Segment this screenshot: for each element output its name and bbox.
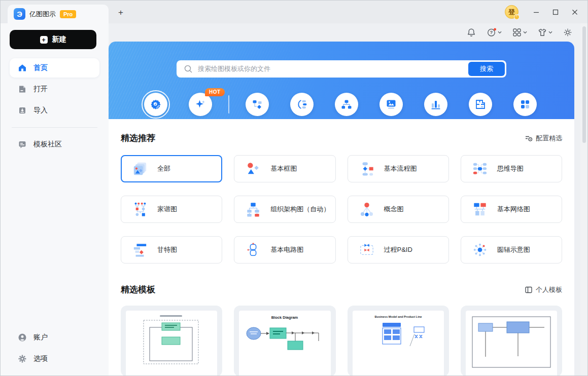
- theme-button[interactable]: [535, 25, 555, 40]
- category-common[interactable]: 常用图示: [372, 93, 410, 119]
- template-type-card[interactable]: 思维导图: [461, 155, 562, 182]
- template-type-card[interactable]: 甘特图: [121, 236, 222, 264]
- sidebar: + 新建 首页打开导入模板社区 账户选项: [1, 23, 109, 376]
- template-type-card[interactable]: 家谱图: [121, 196, 222, 223]
- maximize-button[interactable]: [548, 5, 563, 20]
- configure-featured-label: 配置精选: [536, 134, 562, 143]
- template-type-card[interactable]: 基本框图: [234, 155, 335, 182]
- search-button[interactable]: 搜索: [468, 62, 505, 76]
- template-preview[interactable]: Block Diagram: [234, 306, 335, 376]
- personal-templates-button[interactable]: 个人模板: [525, 285, 562, 294]
- mindmap-icon: [296, 99, 307, 110]
- avatar-check-badge: [514, 14, 520, 20]
- main-area: ? 搜索 精选推荐HOT亿图AI流程图思维导图架构图常用图示图表房屋平面图更多 …: [109, 23, 587, 376]
- sidebar-item-options-gear[interactable]: 选项: [10, 349, 99, 368]
- category-orgchart[interactable]: 架构图: [327, 93, 366, 119]
- settings-button[interactable]: [560, 25, 575, 40]
- template-type-card[interactable]: 基本流程图: [348, 155, 449, 182]
- sidebar-item-open-file[interactable]: 打开: [10, 80, 99, 99]
- account-icon: [18, 333, 27, 342]
- template-preview[interactable]: [121, 306, 222, 376]
- personal-templates-icon: [525, 286, 533, 294]
- category-flowchart[interactable]: 流程图: [238, 93, 276, 119]
- svg-text:?: ?: [490, 29, 493, 35]
- app-title: 亿图图示: [29, 10, 56, 19]
- template-preview[interactable]: [461, 306, 562, 376]
- new-tab-button[interactable]: +: [115, 7, 126, 18]
- new-document-label: 新建: [52, 35, 66, 44]
- help-button[interactable]: ?: [484, 25, 504, 40]
- search-input[interactable]: [177, 60, 506, 78]
- featured-title: 精选推荐: [121, 132, 155, 144]
- template-type-label: 基本网络图: [497, 205, 530, 214]
- app-tab[interactable]: Э 亿图图示 Pro: [8, 5, 109, 23]
- template-type-card[interactable]: 基本电路图: [234, 236, 335, 264]
- category-circle: [424, 93, 447, 116]
- sidebar-item-import[interactable]: 导入: [10, 101, 99, 120]
- circuit-icon: [246, 242, 261, 257]
- chevron-down-icon: [523, 31, 527, 34]
- template-type-card[interactable]: 圆辐示意图: [461, 236, 562, 264]
- template-type-card[interactable]: 过程P&ID: [348, 236, 449, 264]
- sidebar-item-account[interactable]: 账户: [10, 328, 99, 347]
- category-circle: [513, 93, 537, 116]
- new-document-button[interactable]: + 新建: [10, 30, 96, 49]
- template-type-label: 过程P&ID: [384, 245, 412, 254]
- svg-text:Block Diagram: Block Diagram: [271, 315, 298, 320]
- theme-icon: [537, 27, 547, 37]
- category-chart[interactable]: 图表: [417, 93, 455, 119]
- options-gear-icon: [18, 354, 27, 363]
- category-ai[interactable]: HOT亿图AI: [181, 93, 220, 119]
- template-type-card[interactable]: 组织架构图（自动）: [234, 196, 335, 223]
- sidebar-item-label: 首页: [33, 63, 48, 72]
- floorplan-icon: [475, 99, 486, 110]
- basic-flowchart-icon: [359, 161, 374, 176]
- featured-cards: 全部基本框图基本流程图思维导图家谱图组织架构图（自动）概念图基本网络图甘特图基本…: [121, 155, 562, 264]
- template-type-label: 基本电路图: [270, 245, 303, 254]
- common-diagrams-icon: [386, 99, 397, 110]
- notifications-button[interactable]: [464, 25, 479, 40]
- scrollbar[interactable]: [580, 23, 587, 376]
- category-floorplan[interactable]: 房屋平面图: [461, 93, 500, 119]
- pid-icon: [359, 242, 374, 257]
- template-preview[interactable]: Business Model and Product Line: [348, 306, 449, 376]
- minimize-button[interactable]: [529, 5, 544, 20]
- configure-icon: [525, 134, 533, 142]
- personal-templates-label: 个人模板: [536, 285, 562, 294]
- template-previews: Block DiagramBusiness Model and Product …: [121, 306, 562, 376]
- notifications-icon: [466, 27, 476, 37]
- titlebar: Э 亿图图示 Pro + 登: [1, 1, 587, 23]
- sidebar-item-community[interactable]: 模板社区: [10, 135, 99, 154]
- home-icon: [18, 63, 27, 72]
- settings-icon: [563, 27, 573, 37]
- chart-icon: [430, 99, 441, 110]
- templates-title: 精选模板: [121, 284, 155, 295]
- app-window: Э 亿图图示 Pro + 登 + 新建 首页打开导入模板社区 账户选项 ?: [0, 0, 588, 376]
- hero-banner: 搜索 精选推荐HOT亿图AI流程图思维导图架构图常用图示图表房屋平面图更多: [109, 42, 574, 119]
- template-preview-thumbnail: [466, 311, 557, 376]
- radial-icon: [472, 242, 488, 257]
- search-icon: [184, 64, 193, 73]
- maximize-icon: [554, 10, 558, 14]
- template-type-card[interactable]: 全部: [121, 155, 222, 182]
- template-type-card[interactable]: 基本网络图: [461, 196, 562, 223]
- sidebar-item-home[interactable]: 首页: [10, 58, 99, 78]
- sidebar-item-label: 账户: [33, 333, 48, 342]
- concept-map-icon: [359, 202, 374, 217]
- category-mindmap[interactable]: 思维导图: [283, 93, 321, 119]
- configure-featured-button[interactable]: 配置精选: [525, 134, 562, 143]
- scrollbar-thumb[interactable]: [582, 26, 586, 143]
- sidebar-item-label: 模板社区: [33, 140, 62, 149]
- close-button[interactable]: [567, 5, 582, 20]
- category-circle: [335, 93, 358, 116]
- category-more[interactable]: 更多: [506, 93, 544, 119]
- avatar[interactable]: 登: [505, 5, 518, 19]
- template-type-card[interactable]: 概念图: [348, 196, 449, 223]
- category-featured[interactable]: 精选推荐: [136, 93, 175, 119]
- category-circle: [379, 93, 403, 116]
- apps-button[interactable]: [509, 25, 530, 40]
- template-preview-thumbnail: Block Diagram: [239, 311, 330, 376]
- category-circle: [469, 93, 492, 116]
- template-type-label: 全部: [157, 164, 170, 173]
- org-auto-icon: [246, 202, 261, 217]
